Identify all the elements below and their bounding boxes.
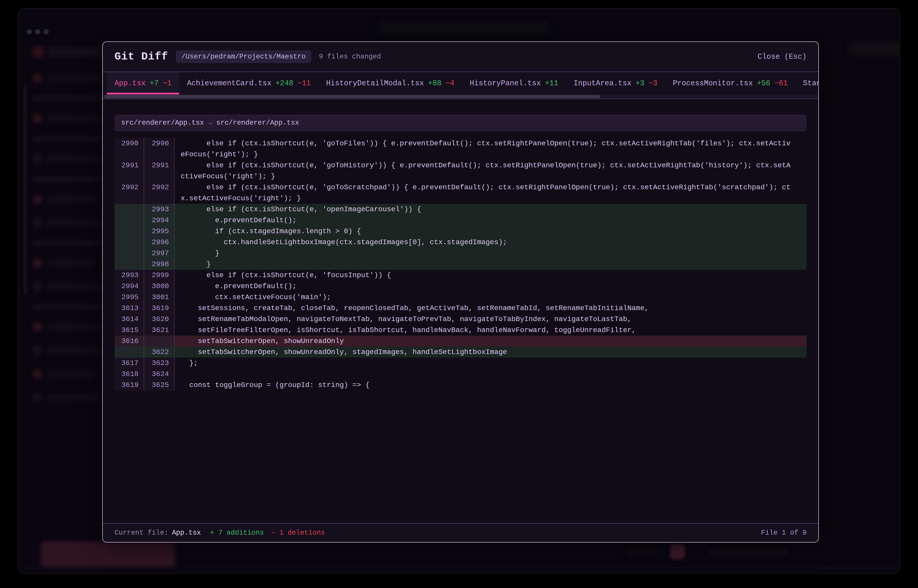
old-line-number xyxy=(115,347,144,358)
tab-file-name: App.tsx xyxy=(115,79,146,87)
file-path-from: src/renderer/App.tsx xyxy=(121,119,204,127)
statusbar-text-blurred xyxy=(709,548,788,556)
code-line: else if (ctx.isShortcut(e, 'goToFiles'))… xyxy=(175,138,806,160)
file-path-to: src/renderer/App.tsx xyxy=(216,119,299,127)
code-line: else if (ctx.isShortcut(e, 'focusInput')… xyxy=(175,270,806,281)
old-line-number: 2995 xyxy=(115,292,144,303)
tab-additions: +11 xyxy=(545,79,558,87)
repo-path-badge: /Users/pedram/Projects/Maestro xyxy=(176,50,311,63)
file-tab[interactable]: HistoryDetailModal.tsx +88 −4 xyxy=(319,72,462,95)
tab-deletions: −3 xyxy=(649,79,657,87)
old-line-number: 3618 xyxy=(115,368,144,380)
diff-row: 3617 3623 }; xyxy=(115,358,806,368)
close-button[interactable]: Close (Esc) xyxy=(758,53,806,61)
diff-row: 3616 setTabSwitcherOpen, showUnreadOnly xyxy=(115,336,806,347)
tabs-scrollbar-track xyxy=(103,95,818,99)
code-line: } xyxy=(175,259,806,270)
topbar-button-blurred xyxy=(849,42,900,56)
tab-deletions: −1 xyxy=(163,79,172,87)
diff-row: 2994 e.preventDefault(); xyxy=(115,215,806,226)
file-tabs[interactable]: App.tsx +7 −1 AchievementCard.tsx +248 −… xyxy=(103,72,818,95)
code-line: }; xyxy=(175,358,806,368)
statusbar-divider xyxy=(18,567,900,568)
current-file-name: App.tsx xyxy=(172,529,201,537)
new-line-number: 3620 xyxy=(144,314,175,325)
diff-row: 2993 2999 else if (ctx.isShortcut(e, 'fo… xyxy=(115,270,806,281)
old-line-number: 3614 xyxy=(115,314,144,325)
sidebar-item-text-blob xyxy=(47,370,98,378)
code-line: setSessions, createTab, closeTab, reopen… xyxy=(175,303,806,314)
diff-row: 3614 3620 setRenameTabModalOpen, navigat… xyxy=(115,314,806,325)
old-line-number: 2991 xyxy=(115,160,144,182)
modal-footer: Current file: App.tsx + 7 additions − 1 … xyxy=(103,523,818,542)
file-tab[interactable]: ProcessMonitor.tsx +56 −61 xyxy=(665,72,795,95)
traffic-light-zoom-button[interactable] xyxy=(44,29,49,34)
sidebar-item-text-blob xyxy=(47,283,108,291)
sidebar-item-icon xyxy=(33,282,42,291)
code-line: setTabSwitcherOpen, showUnreadOnly xyxy=(175,336,806,347)
tab-additions: +248 xyxy=(275,79,293,87)
sidebar-progress-blurred xyxy=(33,97,109,100)
code-line: else if (ctx.isShortcut(e, 'goToScratchp… xyxy=(175,182,806,204)
traffic-light-minimize-button[interactable] xyxy=(35,29,40,34)
arrow-right-icon: → xyxy=(208,119,212,127)
sidebar-item-icon xyxy=(33,74,42,83)
diff-row: 2990 2990 else if (ctx.isShortcut(e, 'go… xyxy=(115,138,806,160)
diff-row: 2997 } xyxy=(115,248,806,259)
code-line: setFileTreeFilterOpen, isShortcut, isTab… xyxy=(175,325,806,336)
app-logo-icon xyxy=(33,47,44,58)
sidebar-item-icon xyxy=(33,258,42,268)
old-line-number xyxy=(115,215,144,226)
current-file-label: Current file: xyxy=(115,529,168,537)
modal-header: Git Diff /Users/pedram/Projects/Maestro … xyxy=(103,42,818,72)
diff-row: 2994 3000 e.preventDefault(); xyxy=(115,281,806,292)
new-line-number: 3001 xyxy=(144,292,175,303)
old-line-number: 3613 xyxy=(115,303,144,314)
sidebar-action-button-blurred xyxy=(41,541,175,567)
new-line-number: 2994 xyxy=(144,215,175,226)
new-line-number: 2998 xyxy=(144,259,175,270)
code-line: else if (ctx.isShortcut(e, 'openImageCar… xyxy=(175,204,806,215)
new-line-number: 3619 xyxy=(144,303,175,314)
new-line-number: 2990 xyxy=(144,138,175,160)
diff-row: 2992 2992 else if (ctx.isShortcut(e, 'go… xyxy=(115,182,806,204)
file-tab[interactable]: Stand xyxy=(795,72,818,95)
git-diff-modal: Git Diff /Users/pedram/Projects/Maestro … xyxy=(102,41,819,543)
new-line-number: 3621 xyxy=(144,325,175,336)
tab-deletions: −61 xyxy=(774,79,788,87)
tab-additions: +88 xyxy=(428,79,441,87)
code-line: const toggleGroup = (groupId: string) =>… xyxy=(175,380,806,391)
statusbar-badge-blurred xyxy=(670,544,685,559)
file-tab[interactable]: App.tsx +7 −1 xyxy=(107,72,179,95)
file-tab[interactable]: HistoryPanel.tsx +11 xyxy=(462,72,566,95)
sidebar-item-text-blob xyxy=(47,393,105,402)
diff-row: 2996 ctx.handleSetLightboxImage(ctx.stag… xyxy=(115,237,806,248)
code-line: else if (ctx.isShortcut(e, 'goToHistory'… xyxy=(175,160,806,182)
tab-additions: +3 xyxy=(636,79,644,87)
tab-deletions: −4 xyxy=(445,79,454,87)
new-line-number: 3624 xyxy=(144,368,175,380)
file-tab[interactable]: AchievementCard.tsx +248 −11 xyxy=(179,72,319,95)
tabs-scrollbar-thumb[interactable] xyxy=(104,95,600,98)
file-tab[interactable]: InputArea.tsx +3 −3 xyxy=(566,72,665,95)
files-changed-count: 9 files changed xyxy=(319,53,381,61)
tab-file-name: AchievementCard.tsx xyxy=(187,79,271,87)
traffic-light-close-button[interactable] xyxy=(27,29,32,34)
sidebar-scrollbar-blurred xyxy=(24,85,27,295)
code-line: setTabSwitcherOpen, showUnreadOnly, stag… xyxy=(175,347,806,358)
code-line: ctx.handleSetLightboxImage(ctx.stagedIma… xyxy=(175,237,806,248)
new-line-number: 3623 xyxy=(144,358,175,368)
old-line-number: 2992 xyxy=(115,182,144,204)
old-line-number xyxy=(115,204,144,215)
diff-row: 3622 setTabSwitcherOpen, showUnreadOnly,… xyxy=(115,347,806,358)
new-line-number: 2992 xyxy=(144,182,175,204)
sidebar-item-icon xyxy=(33,114,42,123)
new-line-number xyxy=(144,336,175,347)
old-line-number: 2990 xyxy=(115,138,144,160)
tab-file-name: InputArea.tsx xyxy=(574,79,631,87)
file-path-bar: src/renderer/App.tsx → src/renderer/App.… xyxy=(115,115,806,131)
diff-row: 3619 3625 const toggleGroup = (groupId: … xyxy=(115,380,806,391)
code-line: e.preventDefault(); xyxy=(175,281,806,292)
sidebar-item-icon xyxy=(33,393,42,402)
tab-additions: +56 xyxy=(757,79,770,87)
